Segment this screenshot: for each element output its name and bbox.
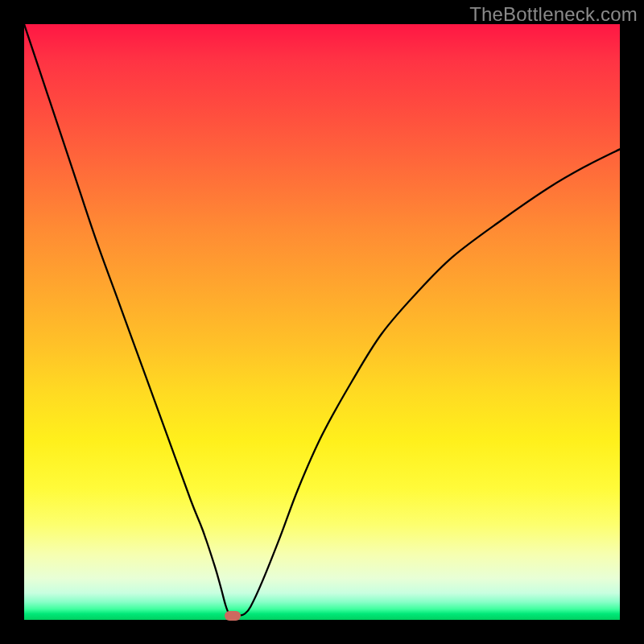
plot-area <box>24 24 620 620</box>
chart-frame: TheBottleneck.com <box>0 0 644 644</box>
watermark-text: TheBottleneck.com <box>469 3 638 26</box>
curve-layer <box>24 24 620 620</box>
bottleneck-curve <box>24 24 620 616</box>
optimal-point-marker <box>225 611 241 621</box>
